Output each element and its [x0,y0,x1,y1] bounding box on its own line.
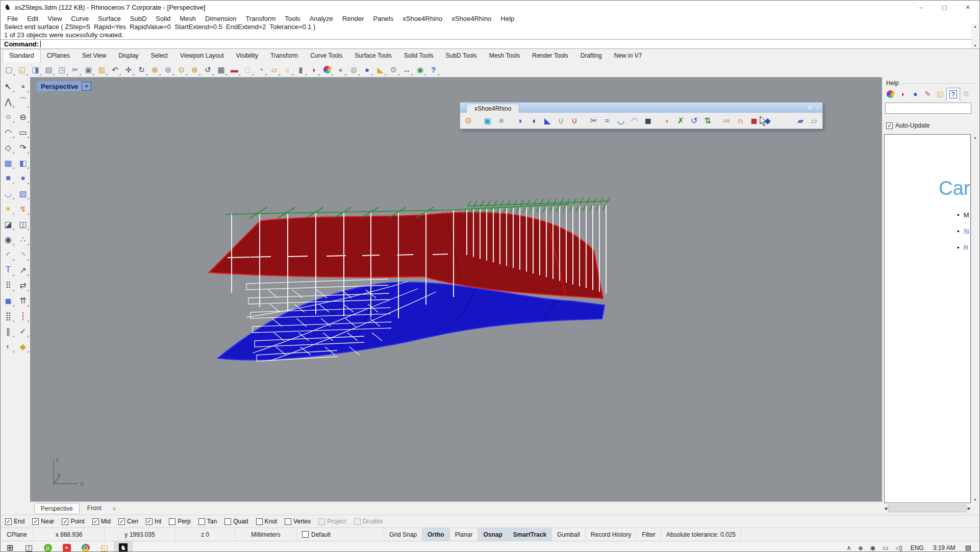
analyze-check-icon[interactable]: ✓ [16,324,30,338]
status-toggle[interactable]: Planar [450,528,479,541]
pan-icon[interactable]: ✛ [122,63,135,76]
zoom-extents-icon[interactable]: ↺ [202,63,214,76]
xshoe-arch-icon[interactable]: ∩ [734,114,747,128]
red-diamond-app[interactable]: ✦ [57,541,76,552]
osnap-checkbox[interactable] [285,518,291,525]
xshoe-sole-guide-icon[interactable]: ∪ [568,114,581,128]
osnap-checkbox[interactable] [92,518,99,525]
osnap-toggle[interactable]: End [5,518,24,525]
volume-icon[interactable]: ◁) [892,544,906,551]
what-command-icon[interactable]: ◣ [374,63,387,76]
xshoe-title-bar[interactable]: xShoe4Rhino ⚙ ✕ [460,103,822,113]
rectangle-icon[interactable]: ▭ [16,126,30,139]
osnap-toggle[interactable]: Tan [198,518,217,525]
toolbar-tab[interactable]: CPlanes [41,49,76,62]
car-export-icon[interactable]: ▬ [228,63,241,76]
xshoe-brush-icon[interactable]: ▰ [794,114,807,128]
maximize-button[interactable]: ▢ [933,1,956,14]
surface-grid-icon[interactable]: ▨ [16,187,30,200]
toolbar-tab[interactable]: Surface Tools [348,49,398,62]
rendered-view-icon[interactable]: ● [361,63,373,76]
notes-pen-tab[interactable]: ✎ [921,88,934,100]
menu-item[interactable]: SubD [125,15,152,22]
trim-icon[interactable]: ◪ [2,217,15,231]
print-icon[interactable]: ▤ [42,63,55,76]
status-toggle[interactable]: Filter [637,528,661,541]
scroll-left-icon[interactable]: ◀ [884,506,887,511]
sphere-icon[interactable]: ● [16,171,30,185]
xshoe-arrows-icon[interactable]: ✗ [674,114,687,128]
action-center-icon[interactable]: ▤ [960,544,976,551]
help-content[interactable]: Car • M • Si • [884,134,971,503]
control-curve-icon[interactable]: ⌒ [16,95,30,108]
layer-default-segment[interactable]: Default [297,528,384,541]
osnap-toggle[interactable]: Near [32,518,54,525]
zoom-selected-icon[interactable]: ⊛ [188,63,201,76]
auto-update-checkbox[interactable] [886,122,893,129]
status-segment[interactable]: CPlane [1,528,34,541]
menu-item[interactable]: File [3,15,22,22]
menu-item[interactable]: Curve [66,15,93,22]
xshoe-flip-icon[interactable]: ⇅ [701,114,714,128]
xshoe-notepad-icon[interactable]: ▱ [808,114,820,128]
toolbar-tab[interactable]: Transform [264,49,304,62]
viewport-title[interactable]: Perspective ▼ [37,81,91,91]
status-toggle[interactable]: Record History [586,528,637,541]
osnap-toggle[interactable]: Vertex [285,518,311,525]
move-disabled-icon[interactable]: ◻ [241,63,254,76]
lightbulb-icon[interactable]: ☼ [281,63,294,76]
command-prompt[interactable]: Command: [1,39,979,49]
new-file-icon[interactable]: ▢ [3,63,15,76]
osnap-toggle[interactable]: Disable [354,518,383,525]
osnap-toggle[interactable]: Project [318,518,346,525]
menu-item[interactable]: Render [338,15,369,22]
xshoe-swoosh-icon[interactable]: ↺ [688,114,700,128]
xshoe-heel-icon[interactable]: ◖ [527,114,540,128]
rhino-app[interactable]: ♞ [114,541,133,552]
menu-item[interactable]: xShoe4Rhino [447,15,496,22]
lock-icon[interactable]: ▮ [294,63,307,76]
command-scrollbar[interactable]: ▲ ▼ [971,23,979,48]
menu-item[interactable]: Analyze [305,15,338,22]
help-horizontal-scrollbar[interactable]: ◀ ▶ [884,504,971,513]
osnap-checkbox[interactable] [318,518,325,525]
clock[interactable]: 3:19 AM [928,544,960,551]
render-icon[interactable]: ◗ [308,63,320,76]
array-icon[interactable]: ⣿ [2,309,15,322]
menu-item[interactable]: Mesh [175,15,200,22]
osnap-toggle[interactable]: Int [146,518,161,525]
cut-icon[interactable]: ✂ [69,63,82,76]
text-icon[interactable]: T [2,263,15,277]
osnap-checkbox[interactable] [62,518,68,525]
close-button[interactable]: ✕ [956,1,979,14]
xshoe4rhino-toolbar[interactable]: xShoe4Rhino ⚙ ✕ ⚙ ▣ ≡ ◗ [460,102,823,129]
xshoe-settings-icon[interactable]: ⚙ [462,114,475,128]
menu-item[interactable]: Help [496,15,519,22]
scrollbar-thumb[interactable] [888,505,967,512]
toolbar-tab[interactable]: Display [112,49,144,62]
libraries-folder-tab[interactable]: ◱ [934,88,946,100]
zoom-window-icon[interactable]: ⊙ [175,63,188,76]
scroll-down-icon[interactable]: ▼ [973,496,977,503]
polyline-icon[interactable]: ⋀ [2,95,15,108]
circle-icon[interactable]: ○ [2,110,15,123]
menu-item[interactable]: Tools [280,15,305,22]
add-viewport-icon[interactable]: + [109,505,119,513]
osnap-checkbox[interactable] [118,518,125,525]
explode-icon[interactable]: ✶ [2,202,15,215]
scroll-down-icon[interactable]: ▼ [973,43,977,48]
osnap-toggle[interactable]: Mid [92,518,111,525]
chamfer-icon[interactable]: ◝ [16,248,30,261]
osnap-toggle[interactable]: Quad [224,518,248,525]
minimize-button[interactable]: – [909,1,933,14]
osnap-checkbox[interactable] [198,518,205,525]
task-view-button[interactable]: ◫ [19,541,38,552]
perspective-viewport[interactable]: zyx Perspective ▼ [30,77,882,501]
osnap-checkbox[interactable] [354,518,361,525]
scroll-up-icon[interactable]: ▲ [973,134,977,141]
help-search-input[interactable] [885,103,971,114]
extend-icon[interactable]: ↯ [16,202,30,215]
xshoe-monitor-icon[interactable]: ▣ [482,114,494,128]
status-segment[interactable]: Millimeters [235,528,297,541]
osnap-checkbox[interactable] [32,518,39,525]
